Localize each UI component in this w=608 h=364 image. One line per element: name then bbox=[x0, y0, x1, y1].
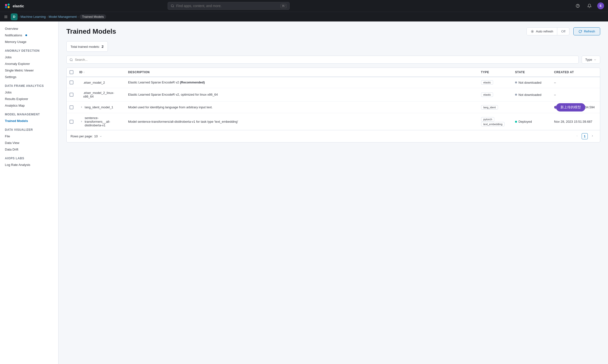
row3-checkbox[interactable] bbox=[70, 105, 73, 109]
row4-description: Model sentence-transformers/all-distilro… bbox=[125, 116, 478, 127]
chevron-right-icon bbox=[80, 106, 83, 108]
row2-id: .elser_model_2_linux-x86_64 bbox=[76, 88, 125, 101]
search-input[interactable] bbox=[176, 4, 279, 8]
table-search-input[interactable] bbox=[75, 58, 576, 62]
help-icon[interactable] bbox=[574, 2, 582, 10]
row4-type: pytorch text_embedding bbox=[478, 114, 512, 130]
page-header: Trained Models Auto refresh Off Refresh bbox=[66, 27, 600, 35]
svg-line-14 bbox=[72, 60, 73, 61]
row2-description: Elastic Learned Sparse EncodeR v2, optim… bbox=[125, 89, 478, 100]
app-layout: Overview Notifications Memory Usage Anom… bbox=[0, 22, 608, 364]
sidebar-item-settings[interactable]: Settings bbox=[0, 74, 58, 80]
auto-refresh-group: Auto refresh Off bbox=[527, 27, 570, 35]
sidebar-section-data-visualizer: Data Visualizer bbox=[0, 124, 58, 133]
svg-point-3 bbox=[8, 6, 10, 8]
sort-icon: ↑ bbox=[83, 71, 85, 74]
row2-checkbox-cell bbox=[67, 90, 76, 100]
svg-point-5 bbox=[171, 5, 173, 7]
sidebar-item-memory-usage[interactable]: Memory Usage bbox=[0, 39, 58, 45]
table-header: ID ↑ Description Type State Created at bbox=[67, 68, 600, 77]
next-page-button[interactable] bbox=[589, 133, 596, 139]
sidebar-item-analytics-map[interactable]: Analytics Map bbox=[0, 102, 58, 109]
rows-per-page[interactable]: Rows per page: 10 bbox=[70, 134, 102, 138]
row2-type: elastic bbox=[478, 89, 512, 100]
row1-type-tag: elastic bbox=[481, 80, 493, 85]
select-all-checkbox[interactable] bbox=[70, 70, 73, 74]
row3-type-tag: lang_ident bbox=[481, 105, 498, 110]
row4-state-text: Deployed bbox=[518, 120, 532, 123]
user-avatar[interactable]: E bbox=[597, 2, 604, 9]
global-search[interactable]: ⌘/ bbox=[168, 2, 290, 10]
breadcrumb: D › Machine Learning › Model Management … bbox=[0, 12, 608, 22]
svg-point-2 bbox=[8, 3, 10, 6]
svg-line-6 bbox=[173, 7, 174, 7]
auto-refresh-label: Auto refresh bbox=[536, 29, 553, 33]
notification-icon[interactable] bbox=[585, 2, 593, 10]
table-row: .elser_model_2 Elastic Learned Sparse En… bbox=[67, 77, 600, 88]
row2-created-at: – bbox=[551, 90, 600, 100]
sidebar-item-notifications[interactable]: Notifications bbox=[0, 32, 58, 39]
sidebar-item-ad-jobs[interactable]: Jobs bbox=[0, 54, 58, 61]
row3-checkbox-cell bbox=[67, 103, 76, 112]
sidebar-section-aiops: AIOps Labs bbox=[0, 153, 58, 161]
auto-refresh-state: Off bbox=[557, 27, 569, 35]
row4-created-at: Nov 28, 2023 15:51:39.687 bbox=[551, 117, 600, 126]
page-1-button[interactable]: 1 bbox=[582, 133, 588, 139]
row2-state: Not downloaded bbox=[512, 90, 551, 100]
rows-per-page-label: Rows per page: bbox=[70, 134, 93, 138]
svg-point-12 bbox=[532, 31, 533, 32]
row1-description: Elastic Learned Sparse EncodeR v2 (Recom… bbox=[125, 77, 478, 88]
sidebar-item-log-rate-analysis[interactable]: Log Rate Analysis bbox=[0, 161, 58, 168]
sidebar-toggle[interactable] bbox=[4, 15, 8, 19]
table-search[interactable] bbox=[66, 56, 579, 64]
sidebar-section-dfa: Data Frame Analytics bbox=[0, 80, 58, 89]
row4-expand-button[interactable] bbox=[79, 119, 84, 124]
row4-type-tag-pytorch: pytorch bbox=[481, 117, 494, 121]
row2-checkbox[interactable] bbox=[70, 93, 73, 97]
svg-point-0 bbox=[4, 3, 11, 9]
prev-page-button[interactable] bbox=[573, 133, 581, 139]
sidebar-item-data-view[interactable]: Data View bbox=[0, 140, 58, 146]
refresh-icon bbox=[579, 30, 582, 33]
type-filter-dropdown[interactable]: Type bbox=[582, 56, 600, 64]
stats-bar: Total trained models: 2 bbox=[66, 41, 108, 52]
breadcrumb-model-management[interactable]: Model Management bbox=[49, 15, 77, 19]
row4-type-tag-text-embedding: text_embedding bbox=[481, 122, 505, 126]
sidebar-item-file[interactable]: File bbox=[0, 133, 58, 140]
breadcrumb-machine-learning[interactable]: Machine Learning bbox=[21, 15, 46, 19]
table-scroll: ID ↑ Description Type State Created at .… bbox=[67, 68, 600, 130]
sidebar-item-anomaly-explorer[interactable]: Anomaly Explorer bbox=[0, 61, 58, 67]
sidebar-item-dfa-jobs[interactable]: Jobs bbox=[0, 89, 58, 96]
row4-checkbox[interactable] bbox=[70, 120, 73, 124]
row1-checkbox-cell bbox=[67, 78, 76, 87]
chevron-down-icon bbox=[594, 58, 596, 61]
rows-chevron-icon bbox=[99, 135, 102, 138]
tooltip-bubble: 新上传的模型 bbox=[556, 103, 585, 112]
sidebar-item-data-drift[interactable]: Data Drift bbox=[0, 146, 58, 153]
sidebar-item-single-metric-viewer[interactable]: Single Metric Viewer bbox=[0, 67, 58, 74]
stats-text: Total trained models: 2 bbox=[70, 45, 104, 49]
main-content: Trained Models Auto refresh Off Refresh … bbox=[59, 22, 608, 364]
refresh-label: Refresh bbox=[584, 29, 595, 33]
app-logo[interactable]: elastic bbox=[4, 2, 24, 9]
sidebar-section-anomaly-detection: Anomaly Detection bbox=[0, 45, 58, 54]
breadcrumb-app-icon[interactable]: D bbox=[11, 13, 18, 20]
table-row: lang_ident_model_1 Model used for identi… bbox=[67, 102, 600, 113]
th-id[interactable]: ID ↑ bbox=[76, 68, 125, 77]
sidebar-item-trained-models[interactable]: Trained Models bbox=[0, 117, 58, 124]
row1-type: elastic bbox=[478, 77, 512, 88]
pagination: 1 bbox=[573, 133, 596, 139]
auto-refresh-button[interactable]: Auto refresh bbox=[527, 27, 557, 35]
th-description: Description bbox=[125, 68, 478, 77]
row1-state-text: Not downloaded bbox=[518, 81, 541, 84]
sidebar-item-results-explorer[interactable]: Results Explorer bbox=[0, 96, 58, 102]
row1-created-at: – bbox=[551, 78, 600, 87]
sidebar-item-overview[interactable]: Overview bbox=[0, 25, 58, 32]
row3-type: lang_ident bbox=[478, 102, 512, 113]
page-title: Trained Models bbox=[66, 27, 523, 35]
rows-per-page-value: 10 bbox=[94, 134, 98, 138]
table-row: .elser_model_2_linux-x86_64 Elastic Lear… bbox=[67, 88, 600, 102]
row3-expand-button[interactable] bbox=[79, 104, 84, 110]
refresh-button[interactable]: Refresh bbox=[573, 27, 600, 35]
row1-checkbox[interactable] bbox=[70, 80, 73, 84]
